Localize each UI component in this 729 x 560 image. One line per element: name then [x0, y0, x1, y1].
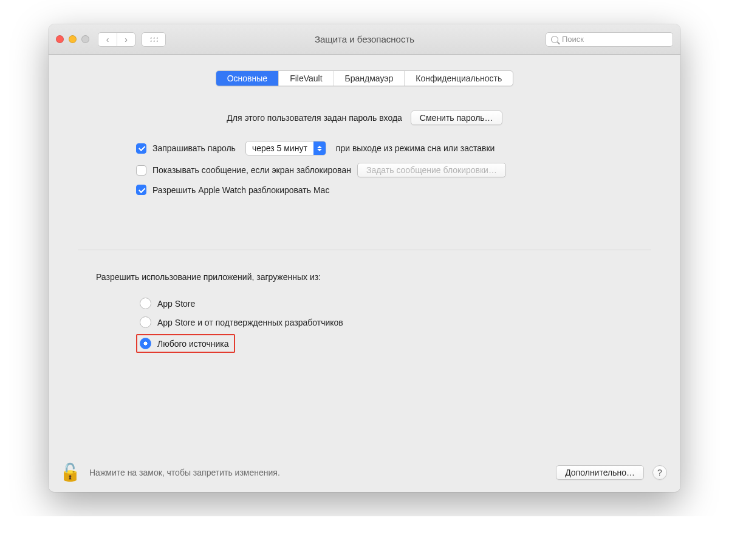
- search-input[interactable]: Поиск: [546, 32, 673, 47]
- nav-back-forward: ‹ ›: [98, 32, 135, 47]
- allow-apps-radio-group: App Store App Store и от подтвержденных …: [78, 296, 651, 358]
- set-lock-message-button: Задать сообщение блокировки…: [357, 163, 506, 177]
- password-set-row: Для этого пользователя задан пароль вход…: [78, 111, 651, 125]
- tab-general[interactable]: Основные: [216, 71, 278, 86]
- tab-label: Основные: [227, 73, 267, 83]
- password-set-label: Для этого пользователя задан пароль вход…: [227, 113, 402, 123]
- titlebar: ‹ › Защита и безопасность Поиск: [49, 24, 680, 55]
- radio-label: App Store и от подтвержденных разработчи…: [157, 318, 343, 327]
- search-icon: [551, 36, 558, 43]
- radio-button[interactable]: [140, 316, 151, 328]
- advanced-button[interactable]: Дополнительно…: [556, 465, 644, 480]
- change-password-button[interactable]: Сменить пароль…: [411, 111, 502, 125]
- content-area: Основные FileVault Брандмауэр Конфиденци…: [49, 55, 680, 492]
- require-password-checkbox[interactable]: [136, 143, 146, 154]
- show-all-prefs-button[interactable]: [142, 32, 166, 47]
- chevron-right-icon: ›: [125, 35, 128, 44]
- lock-hint-text: Нажмите на замок, чтобы запретить измене…: [89, 468, 280, 477]
- search-placeholder: Поиск: [562, 35, 584, 44]
- tab-bar: Основные FileVault Брандмауэр Конфиденци…: [49, 55, 680, 86]
- footer: 🔓 Нажмите на замок, чтобы запретить изме…: [49, 456, 680, 492]
- section-divider: [78, 250, 651, 250]
- lock-icon[interactable]: 🔓: [60, 464, 81, 481]
- show-message-checkbox[interactable]: [136, 165, 146, 176]
- dropdown-value: через 5 минут: [246, 143, 313, 153]
- radio-app-store-identified[interactable]: App Store и от подтвержденных разработчи…: [136, 315, 651, 329]
- tab-firewall[interactable]: Брандмауэр: [334, 71, 405, 86]
- require-password-row: Запрашивать пароль через 5 минут при вых…: [136, 141, 651, 155]
- require-password-label-after: при выходе из режима сна или заставки: [336, 143, 495, 153]
- allow-apps-label: Разрешить использование приложений, загр…: [78, 272, 651, 282]
- radio-app-store[interactable]: App Store: [136, 296, 651, 310]
- require-password-delay-dropdown[interactable]: через 5 минут: [245, 141, 326, 155]
- stepper-arrows-icon: [313, 142, 326, 155]
- tab-label: Брандмауэр: [345, 73, 394, 83]
- show-message-row: Показывать сообщение, если экран заблоки…: [136, 163, 651, 177]
- radio-button[interactable]: [140, 338, 151, 349]
- preferences-window: ‹ › Защита и безопасность Поиск Основные…: [49, 24, 680, 492]
- close-window-icon[interactable]: [56, 35, 64, 43]
- tab-segmented-control: Основные FileVault Брандмауэр Конфиденци…: [216, 70, 514, 86]
- checkbox-group: Запрашивать пароль через 5 минут при вых…: [78, 141, 651, 195]
- apple-watch-unlock-checkbox[interactable]: [136, 185, 146, 195]
- show-message-label: Показывать сообщение, если экран заблоки…: [152, 165, 351, 175]
- traffic-lights: [56, 35, 89, 43]
- radio-button[interactable]: [140, 298, 151, 309]
- help-button[interactable]: ?: [652, 465, 667, 480]
- minimize-window-icon[interactable]: [69, 35, 77, 43]
- grid-icon: [149, 36, 158, 43]
- apple-watch-row: Разрешить Apple Watch разблокировать Mac: [136, 185, 651, 195]
- tab-filevault[interactable]: FileVault: [278, 71, 333, 86]
- window-title: Защита и безопасность: [315, 34, 414, 44]
- forward-button[interactable]: ›: [117, 33, 135, 46]
- general-pane: Для этого пользователя задан пароль вход…: [49, 86, 680, 358]
- tab-label: Конфиденциальность: [416, 73, 502, 83]
- zoom-window-icon: [81, 35, 89, 43]
- chevron-left-icon: ‹: [106, 35, 109, 44]
- back-button[interactable]: ‹: [98, 33, 117, 46]
- radio-label: Любого источника: [157, 339, 229, 349]
- require-password-label-before: Запрашивать пароль: [152, 143, 236, 153]
- radio-anywhere[interactable]: Любого источника: [136, 334, 235, 353]
- radio-label: App Store: [157, 299, 195, 309]
- tab-label: FileVault: [290, 73, 322, 83]
- apple-watch-label: Разрешить Apple Watch разблокировать Mac: [152, 185, 329, 195]
- tab-privacy[interactable]: Конфиденциальность: [404, 71, 513, 86]
